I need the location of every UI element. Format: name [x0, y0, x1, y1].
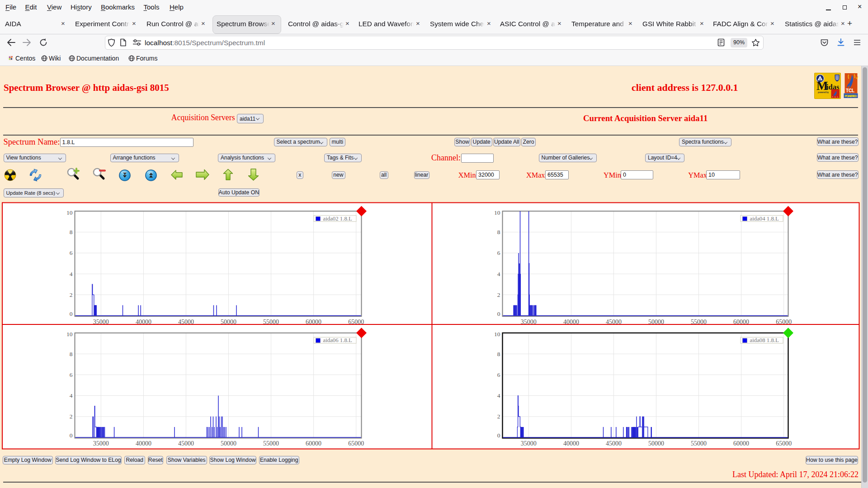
svg-text:2: 2: [70, 291, 73, 298]
svg-text:40000: 40000: [136, 440, 151, 447]
svg-text:2: 2: [497, 291, 500, 298]
svg-text:8: 8: [70, 351, 73, 357]
svg-text:6: 6: [70, 371, 73, 378]
svg-text:60000: 60000: [306, 440, 321, 447]
svg-text:0: 0: [70, 432, 73, 439]
svg-text:45000: 45000: [606, 440, 622, 447]
svg-text:0: 0: [497, 432, 500, 439]
svg-text:aida04 1.8.L: aida04 1.8.L: [750, 216, 779, 222]
svg-text:6: 6: [497, 249, 500, 256]
svg-text:60000: 60000: [733, 440, 749, 447]
svg-text:TCL: TCL: [846, 88, 854, 93]
svg-text:8: 8: [497, 351, 500, 357]
svg-text:2: 2: [70, 413, 73, 420]
svg-text:0: 0: [70, 310, 73, 317]
svg-text:10: 10: [494, 209, 500, 216]
svg-text:4: 4: [497, 271, 500, 277]
svg-text:POWERED: POWERED: [845, 94, 857, 98]
svg-text:T C L: T C L: [832, 96, 839, 98]
svg-text:55000: 55000: [691, 440, 707, 447]
svg-text:35000: 35000: [521, 440, 537, 447]
svg-text:8: 8: [70, 229, 73, 235]
svg-text:40000: 40000: [563, 440, 579, 447]
svg-text:6: 6: [70, 249, 73, 256]
svg-text:2: 2: [497, 413, 500, 420]
svg-text:50000: 50000: [221, 440, 236, 447]
svg-text:powered by: powered by: [818, 91, 829, 94]
svg-text:65000: 65000: [348, 440, 364, 447]
svg-text:45000: 45000: [178, 440, 194, 447]
svg-text:aida02 1.8.L: aida02 1.8.L: [323, 216, 353, 222]
svg-text:aida08 1.8.L: aida08 1.8.L: [750, 337, 779, 343]
svg-text:50000: 50000: [648, 440, 664, 447]
svg-text:6: 6: [497, 371, 500, 378]
svg-text:35000: 35000: [93, 440, 109, 447]
svg-text:aida06 1.8.L: aida06 1.8.L: [323, 337, 353, 343]
svg-text:4: 4: [497, 392, 500, 399]
svg-text:65000: 65000: [776, 440, 792, 447]
svg-text:4: 4: [70, 392, 73, 399]
svg-text:4: 4: [70, 271, 73, 277]
svg-text:55000: 55000: [263, 440, 279, 447]
svg-text:10: 10: [494, 331, 500, 338]
svg-text:0: 0: [497, 310, 500, 317]
svg-text:8: 8: [497, 229, 500, 235]
svg-text:10: 10: [66, 209, 73, 216]
svg-text:10: 10: [66, 331, 73, 338]
